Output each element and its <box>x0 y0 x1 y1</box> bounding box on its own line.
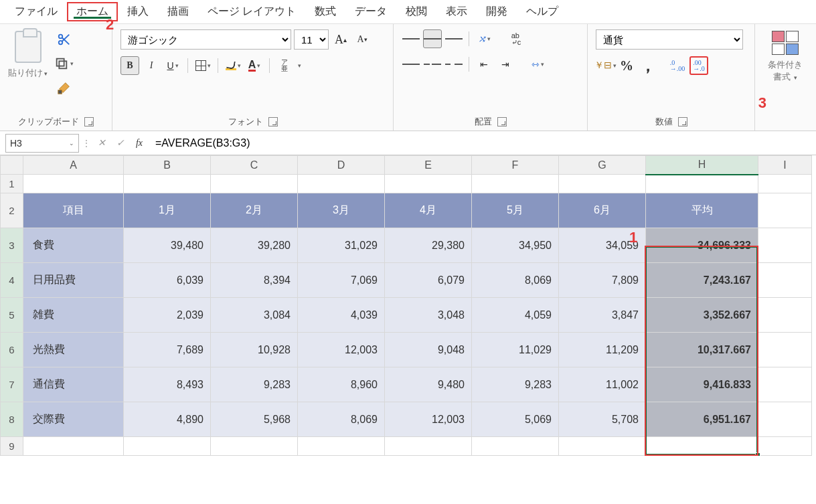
col-header-I[interactable]: I <box>758 156 812 175</box>
header-cell[interactable]: 平均 <box>646 193 758 228</box>
label-cell[interactable]: 日用品費 <box>23 263 124 298</box>
label-cell[interactable]: 食費 <box>23 228 124 263</box>
header-cell[interactable]: 4月 <box>385 193 472 228</box>
col-header-E[interactable]: E <box>385 156 472 175</box>
data-cell[interactable]: 7,809 <box>559 263 646 298</box>
cell[interactable] <box>758 333 812 367</box>
col-header-G[interactable]: G <box>559 156 646 175</box>
align-middle-button[interactable] <box>423 29 442 48</box>
avg-cell[interactable]: 10,317.667 <box>646 333 758 367</box>
header-cell[interactable]: 3月 <box>298 193 385 228</box>
col-header-D[interactable]: D <box>298 156 385 175</box>
cell[interactable] <box>758 175 812 193</box>
increase-indent-button[interactable]: ⇥ <box>496 55 515 74</box>
font-size-combo[interactable]: 11 <box>294 29 329 50</box>
cell[interactable] <box>758 193 812 228</box>
data-cell[interactable]: 4,039 <box>298 298 385 333</box>
header-cell[interactable]: 1月 <box>124 193 211 228</box>
comma-button[interactable]: ， <box>639 56 657 75</box>
align-right-button[interactable] <box>444 55 463 74</box>
avg-cell[interactable]: 34,696.333 <box>646 228 758 263</box>
avg-cell[interactable]: 3,352.667 <box>646 298 758 333</box>
font-dialog-launcher[interactable] <box>268 117 278 127</box>
fill-color-button[interactable]: ▾ <box>224 56 242 75</box>
decrease-font-button[interactable]: A▾ <box>353 30 372 49</box>
label-cell[interactable]: 通信費 <box>23 367 124 402</box>
cell[interactable] <box>298 437 385 456</box>
cell[interactable] <box>559 175 646 193</box>
align-center-button[interactable] <box>423 55 442 74</box>
data-cell[interactable]: 9,283 <box>472 367 559 402</box>
tab-view[interactable]: 表示 <box>436 2 477 21</box>
cell[interactable] <box>758 367 812 402</box>
label-cell[interactable]: 交際費 <box>23 402 124 437</box>
data-cell[interactable]: 8,960 <box>298 367 385 402</box>
tab-insert[interactable]: 挿入 <box>118 2 158 21</box>
avg-cell[interactable]: 6,951.167 <box>646 402 758 437</box>
data-cell[interactable]: 7,689 <box>124 333 211 367</box>
cell[interactable] <box>758 437 812 456</box>
label-cell[interactable]: 光熱費 <box>23 333 124 367</box>
avg-cell[interactable]: 9,416.833 <box>646 367 758 402</box>
header-cell[interactable]: 2月 <box>211 193 298 228</box>
data-cell[interactable]: 9,283 <box>211 367 298 402</box>
align-left-button[interactable] <box>402 55 420 74</box>
row-header-7[interactable]: 7 <box>1 367 23 402</box>
cell[interactable] <box>298 175 385 193</box>
data-cell[interactable]: 9,048 <box>385 333 472 367</box>
orientation-button[interactable]: ⤭▾ <box>475 29 493 48</box>
tab-developer[interactable]: 開発 <box>477 2 517 21</box>
tab-help[interactable]: ヘルプ <box>517 2 568 21</box>
accounting-format-button[interactable]: ￥⊟▾ <box>596 56 615 75</box>
data-cell[interactable]: 8,069 <box>298 402 385 437</box>
data-cell[interactable]: 34,950 <box>472 228 559 263</box>
cell[interactable] <box>758 402 812 437</box>
data-cell[interactable]: 10,928 <box>211 333 298 367</box>
data-cell[interactable]: 11,029 <box>472 333 559 367</box>
formula-input[interactable] <box>150 137 811 149</box>
data-cell[interactable]: 5,968 <box>211 402 298 437</box>
cell[interactable] <box>472 437 559 456</box>
data-cell[interactable]: 11,209 <box>559 333 646 367</box>
data-cell[interactable]: 39,280 <box>211 228 298 263</box>
cell[interactable] <box>758 298 812 333</box>
data-cell[interactable]: 8,493 <box>124 367 211 402</box>
row-header-8[interactable]: 8 <box>1 402 23 437</box>
data-cell[interactable]: 31,029 <box>298 228 385 263</box>
cell[interactable] <box>646 437 758 456</box>
cell[interactable] <box>472 175 559 193</box>
enter-button[interactable]: ✓ <box>112 135 129 151</box>
tab-review[interactable]: 校閲 <box>396 2 436 21</box>
data-cell[interactable]: 39,480 <box>124 228 211 263</box>
header-cell[interactable]: 6月 <box>559 193 646 228</box>
fx-button[interactable]: fx <box>131 135 147 151</box>
col-header-C[interactable]: C <box>211 156 298 175</box>
tab-draw[interactable]: 描画 <box>158 2 198 21</box>
data-cell[interactable]: 7,069 <box>298 263 385 298</box>
conditional-formatting-button[interactable] <box>770 29 800 56</box>
underline-button[interactable]: U▾ <box>163 56 182 75</box>
cell[interactable] <box>211 437 298 456</box>
italic-button[interactable]: I <box>142 56 161 75</box>
select-all-corner[interactable] <box>1 156 23 175</box>
row-header-9[interactable]: 9 <box>1 437 23 456</box>
data-cell[interactable]: 29,380 <box>385 228 472 263</box>
decrease-indent-button[interactable]: ⇤ <box>475 55 493 74</box>
data-cell[interactable]: 9,480 <box>385 367 472 402</box>
data-cell[interactable]: 11,002 <box>559 367 646 402</box>
align-bottom-button[interactable] <box>444 29 463 48</box>
row-header-2[interactable]: 2 <box>1 193 23 228</box>
format-painter-button[interactable] <box>56 79 73 96</box>
header-cell[interactable]: 項目 <box>23 193 124 228</box>
row-header-3[interactable]: 3 <box>1 228 23 263</box>
font-name-combo[interactable]: 游ゴシック <box>120 29 291 50</box>
name-box[interactable]: H3⌄ <box>5 134 79 153</box>
data-cell[interactable]: 8,069 <box>472 263 559 298</box>
avg-cell[interactable]: 7,243.167 <box>646 263 758 298</box>
cell[interactable] <box>385 175 472 193</box>
data-cell[interactable]: 5,069 <box>472 402 559 437</box>
increase-font-button[interactable]: A▴ <box>331 30 350 49</box>
spreadsheet-grid[interactable]: A B C D E F G H I 12項目1月2月3月4月5月6月平均3食費3… <box>0 155 816 456</box>
data-cell[interactable]: 12,003 <box>385 402 472 437</box>
tab-data[interactable]: データ <box>345 2 396 21</box>
